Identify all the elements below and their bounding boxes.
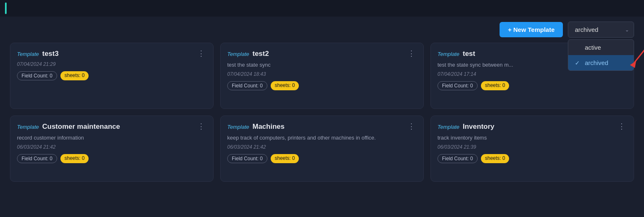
card-test-title: test (463, 50, 475, 58)
card-test3-date: 07/04/2024 21:29 (17, 61, 207, 67)
card-test2-badges: Field Count: 0 sheets: 0 (227, 81, 417, 90)
card-test3-title: test3 (42, 50, 59, 58)
card-customer-badges: Field Count: 0 sheets: 0 (17, 154, 207, 163)
card-customer-maintenance-header: Template Customer maintenance ⋮ (17, 123, 207, 131)
card-machines-menu-button[interactable]: ⋮ (406, 123, 417, 130)
card-test2-title: test2 (252, 50, 269, 58)
card-inventory-title: Inventory (463, 123, 495, 131)
card-customer-description: record customer information (17, 134, 207, 142)
card-test3-sheets: sheets: 0 (60, 71, 89, 80)
card-machines-date: 06/03/2024 21:42 (227, 144, 417, 150)
card-test3-badges: Field Count: 0 sheets: 0 (17, 71, 207, 80)
status-filter-wrapper: active archived ⌄ active ✓ archived (568, 22, 634, 38)
card-customer-sheets: sheets: 0 (60, 154, 89, 163)
dropdown-item-active-label: active (585, 44, 601, 51)
check-icon: ✓ (575, 60, 582, 66)
card-machines-title: Machines (252, 123, 284, 131)
card-machines-header: Template Machines ⋮ (227, 123, 417, 131)
card-test2-menu-button[interactable]: ⋮ (406, 50, 417, 57)
card-inventory-badges: Field Count: 0 sheets: 0 (437, 154, 627, 163)
card-test3: Template test3 ⋮ 07/04/2024 21:29 Field … (10, 43, 214, 109)
card-test3-template-label: Template (17, 51, 39, 57)
card-inventory-menu-button[interactable]: ⋮ (616, 123, 627, 130)
card-test-date: 07/04/2024 17:14 (437, 71, 627, 77)
card-inventory-template-label: Template (437, 124, 459, 130)
card-test2-header: Template test2 ⋮ (227, 50, 417, 58)
card-test2-date: 07/04/2024 18:43 (227, 71, 417, 77)
card-machines: Template Machines ⋮ keep track of comput… (220, 116, 424, 182)
card-machines-description: keep track of computers, printers and ot… (227, 134, 417, 142)
card-test3-menu-button[interactable]: ⋮ (196, 50, 207, 57)
cards-grid: Template test3 ⋮ 07/04/2024 21:29 Field … (0, 43, 644, 188)
card-test2-field-count: Field Count: 0 (227, 81, 267, 90)
card-inventory-sheets: sheets: 0 (481, 154, 509, 163)
card-test2-description: test the state sync (227, 61, 417, 69)
card-machines-field-count: Field Count: 0 (227, 154, 267, 163)
card-test-template-label: Template (437, 51, 459, 57)
card-inventory: Template Inventory ⋮ track inventory ite… (430, 116, 634, 182)
dropdown-item-active[interactable]: active (568, 40, 634, 55)
card-inventory-header: Template Inventory ⋮ (437, 123, 627, 131)
card-inventory-date: 06/03/2024 21:39 (437, 144, 627, 150)
card-customer-maintenance: Template Customer maintenance ⋮ record c… (10, 116, 214, 182)
card-customer-title: Customer maintenance (42, 123, 120, 131)
nav-indicator (5, 2, 7, 14)
new-template-button[interactable]: + New Template (500, 22, 563, 37)
card-customer-template-label: Template (17, 124, 39, 130)
card-test2: Template test2 ⋮ test the state sync 07/… (220, 43, 424, 109)
dropdown-item-archived[interactable]: ✓ archived (568, 55, 634, 70)
card-machines-template-label: Template (227, 124, 249, 130)
card-test-sheets: sheets: 0 (481, 81, 509, 90)
status-dropdown-menu: active ✓ archived (568, 39, 634, 71)
card-test3-field-count: Field Count: 0 (17, 71, 57, 80)
card-machines-badges: Field Count: 0 sheets: 0 (227, 154, 417, 163)
card-inventory-description: track inventory items (437, 134, 627, 142)
dropdown-item-archived-label: archived (585, 59, 608, 66)
status-select[interactable]: active archived (568, 22, 634, 38)
card-test2-template-label: Template (227, 51, 249, 57)
card-customer-menu-button[interactable]: ⋮ (196, 123, 207, 130)
card-test-field-count: Field Count: 0 (437, 81, 478, 90)
card-test-badges: Field Count: 0 sheets: 0 (437, 81, 627, 90)
card-customer-date: 06/03/2024 21:42 (17, 144, 207, 150)
card-test3-header: Template test3 ⋮ (17, 50, 207, 58)
card-machines-sheets: sheets: 0 (271, 154, 299, 163)
card-customer-field-count: Field Count: 0 (17, 154, 57, 163)
toolbar: + New Template active archived ⌄ active … (0, 17, 644, 43)
card-inventory-field-count: Field Count: 0 (437, 154, 478, 163)
card-test2-sheets: sheets: 0 (271, 81, 299, 90)
